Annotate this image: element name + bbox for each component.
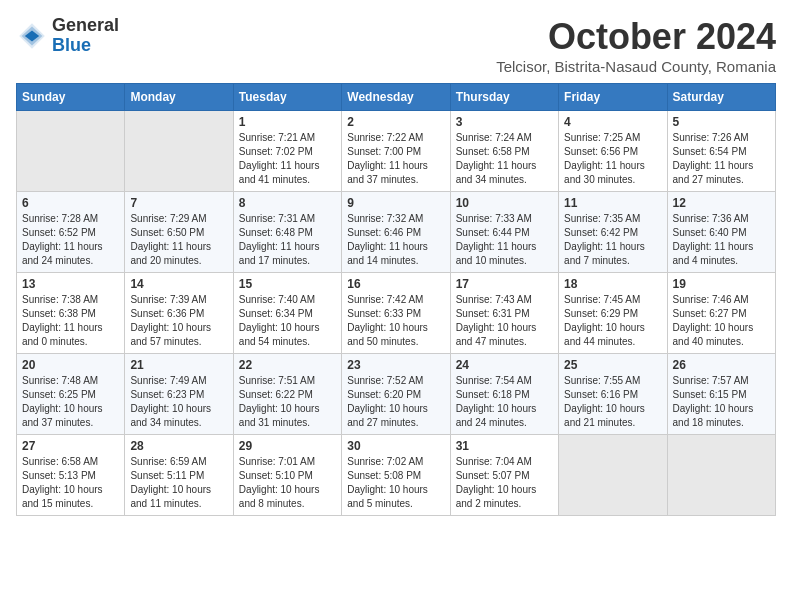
calendar-week-row: 1Sunrise: 7:21 AM Sunset: 7:02 PM Daylig…: [17, 111, 776, 192]
calendar-cell: 3Sunrise: 7:24 AM Sunset: 6:58 PM Daylig…: [450, 111, 558, 192]
day-info: Sunrise: 7:02 AM Sunset: 5:08 PM Dayligh…: [347, 455, 444, 511]
day-info: Sunrise: 7:35 AM Sunset: 6:42 PM Dayligh…: [564, 212, 661, 268]
calendar-table: SundayMondayTuesdayWednesdayThursdayFrid…: [16, 83, 776, 516]
day-info: Sunrise: 7:38 AM Sunset: 6:38 PM Dayligh…: [22, 293, 119, 349]
day-info: Sunrise: 7:24 AM Sunset: 6:58 PM Dayligh…: [456, 131, 553, 187]
calendar-cell: 4Sunrise: 7:25 AM Sunset: 6:56 PM Daylig…: [559, 111, 667, 192]
calendar-cell: 25Sunrise: 7:55 AM Sunset: 6:16 PM Dayli…: [559, 354, 667, 435]
calendar-cell: 19Sunrise: 7:46 AM Sunset: 6:27 PM Dayli…: [667, 273, 775, 354]
calendar-cell: 14Sunrise: 7:39 AM Sunset: 6:36 PM Dayli…: [125, 273, 233, 354]
day-number: 18: [564, 277, 661, 291]
day-info: Sunrise: 7:33 AM Sunset: 6:44 PM Dayligh…: [456, 212, 553, 268]
day-number: 9: [347, 196, 444, 210]
calendar-cell: [559, 435, 667, 516]
day-number: 30: [347, 439, 444, 453]
weekday-header: Saturday: [667, 84, 775, 111]
calendar-header: SundayMondayTuesdayWednesdayThursdayFrid…: [17, 84, 776, 111]
day-number: 29: [239, 439, 336, 453]
calendar-body: 1Sunrise: 7:21 AM Sunset: 7:02 PM Daylig…: [17, 111, 776, 516]
calendar-cell: 15Sunrise: 7:40 AM Sunset: 6:34 PM Dayli…: [233, 273, 341, 354]
day-info: Sunrise: 7:40 AM Sunset: 6:34 PM Dayligh…: [239, 293, 336, 349]
day-info: Sunrise: 7:42 AM Sunset: 6:33 PM Dayligh…: [347, 293, 444, 349]
day-info: Sunrise: 7:32 AM Sunset: 6:46 PM Dayligh…: [347, 212, 444, 268]
day-info: Sunrise: 6:58 AM Sunset: 5:13 PM Dayligh…: [22, 455, 119, 511]
day-info: Sunrise: 7:55 AM Sunset: 6:16 PM Dayligh…: [564, 374, 661, 430]
calendar-week-row: 27Sunrise: 6:58 AM Sunset: 5:13 PM Dayli…: [17, 435, 776, 516]
calendar-cell: 13Sunrise: 7:38 AM Sunset: 6:38 PM Dayli…: [17, 273, 125, 354]
calendar-cell: 8Sunrise: 7:31 AM Sunset: 6:48 PM Daylig…: [233, 192, 341, 273]
day-number: 4: [564, 115, 661, 129]
page-header: General Blue October 2024 Telcisor, Bist…: [16, 16, 776, 75]
day-info: Sunrise: 7:31 AM Sunset: 6:48 PM Dayligh…: [239, 212, 336, 268]
day-number: 2: [347, 115, 444, 129]
day-info: Sunrise: 7:29 AM Sunset: 6:50 PM Dayligh…: [130, 212, 227, 268]
logo: General Blue: [16, 16, 119, 56]
calendar-week-row: 20Sunrise: 7:48 AM Sunset: 6:25 PM Dayli…: [17, 354, 776, 435]
day-number: 19: [673, 277, 770, 291]
day-number: 24: [456, 358, 553, 372]
day-number: 28: [130, 439, 227, 453]
title-block: October 2024 Telcisor, Bistrita-Nasaud C…: [496, 16, 776, 75]
day-info: Sunrise: 7:04 AM Sunset: 5:07 PM Dayligh…: [456, 455, 553, 511]
calendar-cell: [125, 111, 233, 192]
calendar-cell: 26Sunrise: 7:57 AM Sunset: 6:15 PM Dayli…: [667, 354, 775, 435]
day-number: 16: [347, 277, 444, 291]
day-number: 1: [239, 115, 336, 129]
day-number: 22: [239, 358, 336, 372]
day-number: 6: [22, 196, 119, 210]
day-number: 3: [456, 115, 553, 129]
day-number: 11: [564, 196, 661, 210]
logo-blue: Blue: [52, 36, 119, 56]
day-info: Sunrise: 7:51 AM Sunset: 6:22 PM Dayligh…: [239, 374, 336, 430]
day-info: Sunrise: 7:22 AM Sunset: 7:00 PM Dayligh…: [347, 131, 444, 187]
day-number: 27: [22, 439, 119, 453]
day-number: 10: [456, 196, 553, 210]
weekday-header: Tuesday: [233, 84, 341, 111]
calendar-cell: 30Sunrise: 7:02 AM Sunset: 5:08 PM Dayli…: [342, 435, 450, 516]
day-number: 20: [22, 358, 119, 372]
logo-text: General Blue: [52, 16, 119, 56]
weekday-header: Friday: [559, 84, 667, 111]
day-number: 8: [239, 196, 336, 210]
day-number: 7: [130, 196, 227, 210]
calendar-cell: 17Sunrise: 7:43 AM Sunset: 6:31 PM Dayli…: [450, 273, 558, 354]
day-info: Sunrise: 7:45 AM Sunset: 6:29 PM Dayligh…: [564, 293, 661, 349]
location: Telcisor, Bistrita-Nasaud County, Romani…: [496, 58, 776, 75]
day-number: 17: [456, 277, 553, 291]
day-number: 23: [347, 358, 444, 372]
day-info: Sunrise: 7:28 AM Sunset: 6:52 PM Dayligh…: [22, 212, 119, 268]
day-info: Sunrise: 7:36 AM Sunset: 6:40 PM Dayligh…: [673, 212, 770, 268]
calendar-cell: 27Sunrise: 6:58 AM Sunset: 5:13 PM Dayli…: [17, 435, 125, 516]
day-number: 15: [239, 277, 336, 291]
weekday-header: Thursday: [450, 84, 558, 111]
calendar-cell: 31Sunrise: 7:04 AM Sunset: 5:07 PM Dayli…: [450, 435, 558, 516]
calendar-cell: 12Sunrise: 7:36 AM Sunset: 6:40 PM Dayli…: [667, 192, 775, 273]
calendar-cell: 29Sunrise: 7:01 AM Sunset: 5:10 PM Dayli…: [233, 435, 341, 516]
logo-icon: [16, 20, 48, 52]
calendar-cell: [667, 435, 775, 516]
calendar-week-row: 13Sunrise: 7:38 AM Sunset: 6:38 PM Dayli…: [17, 273, 776, 354]
calendar-week-row: 6Sunrise: 7:28 AM Sunset: 6:52 PM Daylig…: [17, 192, 776, 273]
day-number: 26: [673, 358, 770, 372]
day-number: 12: [673, 196, 770, 210]
calendar-cell: 6Sunrise: 7:28 AM Sunset: 6:52 PM Daylig…: [17, 192, 125, 273]
day-info: Sunrise: 7:46 AM Sunset: 6:27 PM Dayligh…: [673, 293, 770, 349]
day-info: Sunrise: 7:54 AM Sunset: 6:18 PM Dayligh…: [456, 374, 553, 430]
day-number: 14: [130, 277, 227, 291]
calendar-cell: 10Sunrise: 7:33 AM Sunset: 6:44 PM Dayli…: [450, 192, 558, 273]
month-title: October 2024: [496, 16, 776, 58]
day-number: 21: [130, 358, 227, 372]
day-info: Sunrise: 7:01 AM Sunset: 5:10 PM Dayligh…: [239, 455, 336, 511]
day-number: 13: [22, 277, 119, 291]
day-info: Sunrise: 7:57 AM Sunset: 6:15 PM Dayligh…: [673, 374, 770, 430]
day-info: Sunrise: 7:21 AM Sunset: 7:02 PM Dayligh…: [239, 131, 336, 187]
calendar-cell: 9Sunrise: 7:32 AM Sunset: 6:46 PM Daylig…: [342, 192, 450, 273]
weekday-header: Wednesday: [342, 84, 450, 111]
day-number: 25: [564, 358, 661, 372]
day-info: Sunrise: 7:26 AM Sunset: 6:54 PM Dayligh…: [673, 131, 770, 187]
weekday-row: SundayMondayTuesdayWednesdayThursdayFrid…: [17, 84, 776, 111]
logo-general: General: [52, 16, 119, 36]
calendar-cell: 24Sunrise: 7:54 AM Sunset: 6:18 PM Dayli…: [450, 354, 558, 435]
day-info: Sunrise: 6:59 AM Sunset: 5:11 PM Dayligh…: [130, 455, 227, 511]
day-info: Sunrise: 7:48 AM Sunset: 6:25 PM Dayligh…: [22, 374, 119, 430]
